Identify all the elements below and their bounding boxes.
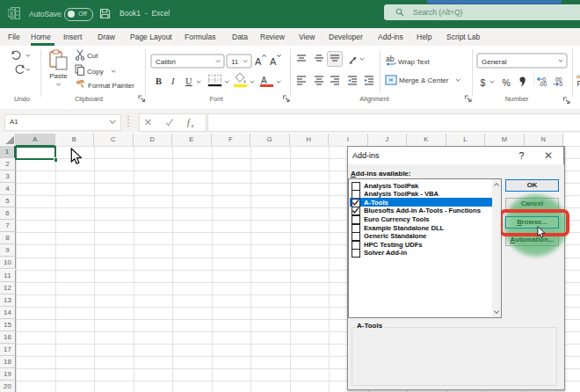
svg-text:11: 11: [231, 58, 239, 66]
svg-text:ab: ab: [386, 54, 395, 63]
svg-text:Calibri: Calibri: [156, 58, 176, 66]
svg-text:.00: .00: [539, 81, 547, 87]
svg-text:A: A: [261, 76, 267, 85]
svg-text:Wrap Text: Wrap Text: [398, 58, 430, 66]
svg-text:Font: Font: [209, 95, 223, 103]
svg-text:Format Painter: Format Painter: [88, 82, 134, 90]
svg-text:Clipboard: Clipboard: [75, 95, 103, 103]
svg-text:Undo: Undo: [14, 95, 30, 103]
svg-text:Alignment: Alignment: [359, 95, 389, 103]
svg-text:0: 0: [560, 81, 563, 87]
svg-text:$: $: [481, 77, 486, 88]
svg-text:Number: Number: [505, 95, 529, 103]
svg-text:I: I: [170, 76, 175, 86]
svg-text:x: x: [191, 122, 194, 128]
svg-text:General: General: [482, 58, 507, 66]
svg-text:U: U: [185, 76, 192, 86]
svg-text:B: B: [156, 76, 162, 86]
svg-text:Merge & Center: Merge & Center: [399, 76, 449, 84]
svg-text:f: f: [187, 119, 191, 127]
svg-text:Paste: Paste: [49, 72, 68, 80]
svg-text:Cut: Cut: [87, 52, 98, 60]
svg-text:X: X: [10, 11, 14, 17]
svg-text:A: A: [255, 56, 262, 67]
svg-text:F: F: [577, 79, 580, 88]
svg-text:Copy: Copy: [87, 68, 104, 76]
svg-text:%: %: [503, 77, 511, 88]
svg-text:A: A: [270, 56, 277, 67]
